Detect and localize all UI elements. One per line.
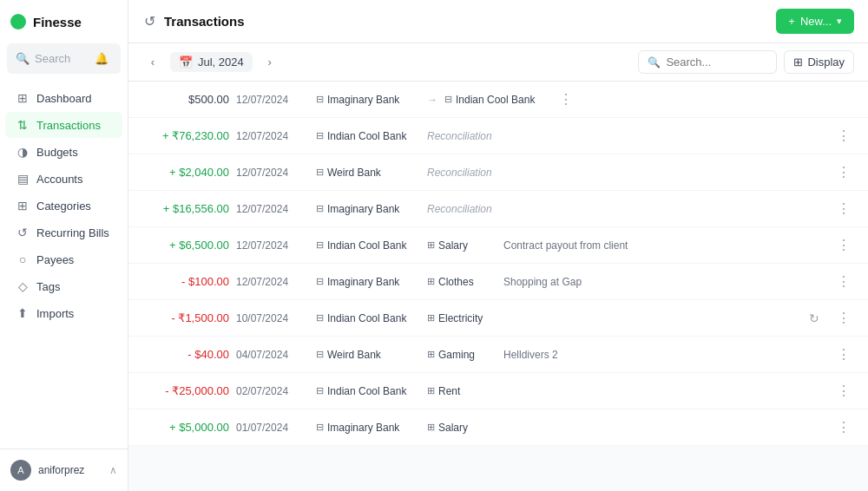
bank-icon: ⊟	[316, 276, 324, 287]
category-icon: ⊞	[427, 239, 435, 251]
accounts-icon: ▤	[16, 172, 30, 186]
search-icon: 🔍	[16, 52, 30, 65]
transaction-from-account: ⊟ Indian Cool Bank	[316, 385, 420, 397]
more-actions-button[interactable]: ⋮	[833, 272, 854, 291]
logo-dot	[10, 14, 26, 29]
next-month-button[interactable]: ›	[260, 52, 280, 73]
table-row[interactable]: + $2,040.0012/07/2024⊟ Weird BankReconci…	[128, 154, 868, 191]
display-icon: ⊞	[793, 56, 803, 69]
transaction-amount: $500.00	[142, 93, 229, 106]
transaction-amount: - ₹25,000.00	[142, 384, 229, 397]
month-selector[interactable]: 📅 Jul, 2024	[170, 52, 253, 72]
bank-icon: ⊟	[316, 130, 324, 141]
search-input[interactable]	[666, 56, 767, 69]
more-actions-button[interactable]: ⋮	[833, 344, 854, 364]
table-row[interactable]: $500.0012/07/2024⊟ Imaginary Bank→⊟ Indi…	[128, 82, 868, 118]
transaction-amount: - $100.00	[142, 275, 229, 288]
transaction-category: ⊞ Salary	[427, 239, 496, 252]
sidebar-item-accounts[interactable]: ▤ Accounts	[5, 166, 122, 192]
more-actions-button[interactable]: ⋮	[556, 89, 576, 109]
notification-bell-icon[interactable]: 🔔	[91, 49, 112, 69]
sidebar-item-imports[interactable]: ⬆ Imports	[5, 300, 122, 326]
sidebar-item-transactions[interactable]: ⇅ Transactions	[5, 112, 122, 138]
reconciliation-label: Reconciliation	[427, 167, 826, 179]
transaction-from-account: ⊟ Imaginary Bank	[316, 203, 420, 215]
calendar-icon: 📅	[179, 56, 193, 69]
transaction-from-account: ⊟ Weird Bank	[316, 167, 420, 179]
transaction-memo: Contract payout from client	[503, 239, 826, 252]
more-actions-button[interactable]: ⋮	[833, 235, 854, 255]
bank-icon: ⊟	[316, 167, 324, 178]
bank-icon: ⊟	[444, 94, 452, 105]
sidebar-item-categories[interactable]: ⊞ Categories	[5, 193, 122, 219]
sidebar-item-label: Budgets	[36, 146, 78, 159]
transaction-from-account: ⊟ Indian Cool Bank	[316, 130, 420, 142]
chevron-up-icon[interactable]: ∧	[109, 464, 117, 476]
transaction-memo: Helldivers 2	[503, 349, 826, 361]
transactions-list: $500.0012/07/2024⊟ Imaginary Bank→⊟ Indi…	[128, 82, 868, 491]
prev-month-button[interactable]: ‹	[142, 52, 163, 73]
more-actions-button[interactable]: ⋮	[833, 162, 854, 182]
payees-icon: ○	[16, 252, 30, 266]
search-icon: 🔍	[648, 56, 661, 69]
transaction-amount: + $6,500.00	[142, 239, 229, 252]
table-row[interactable]: - $40.0004/07/2024⊟ Weird Bank⊞ GamingHe…	[128, 337, 868, 373]
more-actions-button[interactable]: ⋮	[833, 417, 854, 437]
plus-icon: +	[788, 15, 795, 28]
reconciliation-label: Reconciliation	[427, 130, 826, 142]
more-actions-button[interactable]: ⋮	[833, 199, 854, 219]
table-row[interactable]: + $5,000.0001/07/2024⊟ Imaginary Bank⊞ S…	[128, 409, 868, 446]
sidebar-item-payees[interactable]: ○ Payees	[5, 246, 122, 272]
category-icon: ⊞	[427, 422, 435, 433]
new-button-label: New...	[800, 15, 832, 28]
month-label: Jul, 2024	[198, 56, 244, 69]
transaction-date: 12/07/2024	[236, 167, 309, 179]
transaction-date: 12/07/2024	[236, 203, 309, 215]
chevron-down-icon: ▾	[837, 16, 842, 27]
display-button[interactable]: ⊞ Display	[784, 50, 854, 74]
more-actions-button[interactable]: ⋮	[833, 381, 854, 401]
transaction-amount: + $16,556.00	[142, 202, 229, 215]
more-actions-button[interactable]: ⋮	[833, 126, 854, 146]
transaction-category: ⊞ Rent	[427, 385, 496, 397]
sidebar-item-dashboard[interactable]: ⊞ Dashboard	[5, 85, 122, 111]
transaction-category: ⊞ Salary	[427, 422, 496, 434]
transactions-icon: ⇅	[16, 118, 30, 132]
transaction-category: ⊞ Gaming	[427, 349, 496, 361]
table-row[interactable]: + ₹76,230.0012/07/2024⊟ Indian Cool Bank…	[128, 118, 868, 154]
more-actions-button[interactable]: ⋮	[833, 308, 854, 328]
transaction-date: 12/07/2024	[236, 239, 309, 252]
display-label: Display	[807, 56, 845, 69]
table-row[interactable]: - ₹1,500.0010/07/2024⊟ Indian Cool Bank⊞…	[128, 300, 868, 337]
transaction-date: 12/07/2024	[236, 94, 309, 106]
table-row[interactable]: + $16,556.0012/07/2024⊟ Imaginary BankRe…	[128, 191, 868, 227]
category-icon: ⊞	[427, 349, 435, 360]
sidebar-item-recurring-bills[interactable]: ↺ Recurring Bills	[5, 219, 122, 245]
table-row[interactable]: + $6,500.0012/07/2024⊟ Indian Cool Bank⊞…	[128, 227, 868, 264]
table-row[interactable]: - ₹25,000.0002/07/2024⊟ Indian Cool Bank…	[128, 373, 868, 409]
transaction-from-account: ⊟ Imaginary Bank	[316, 94, 420, 106]
dashboard-icon: ⊞	[16, 91, 30, 105]
logo-text: Finesse	[33, 15, 82, 29]
toolbar: ‹ 📅 Jul, 2024 › 🔍 ⊞ Display	[128, 43, 868, 82]
search-bar[interactable]: 🔍 Search 🔔	[7, 43, 121, 74]
new-button[interactable]: + New... ▾	[776, 9, 854, 34]
transaction-from-account: ⊟ Weird Bank	[316, 349, 420, 361]
table-row[interactable]: - $100.0012/07/2024⊟ Imaginary Bank⊞ Clo…	[128, 264, 868, 300]
reconciliation-label: Reconciliation	[427, 203, 826, 215]
sidebar-item-label: Accounts	[36, 173, 82, 186]
transaction-date: 04/07/2024	[236, 349, 309, 361]
transaction-amount: + $2,040.00	[142, 166, 229, 179]
transaction-category: ⊞ Electricity	[427, 312, 496, 324]
transaction-search[interactable]: 🔍	[638, 50, 777, 74]
sidebar-item-budgets[interactable]: ◑ Budgets	[5, 139, 122, 165]
bank-icon: ⊟	[316, 312, 324, 324]
transaction-from-account: ⊟ Imaginary Bank	[316, 276, 420, 288]
transaction-from-account: ⊟ Indian Cool Bank	[316, 239, 420, 252]
back-icon[interactable]: ↺	[142, 11, 157, 31]
sidebar: Finesse 🔍 Search 🔔 ⊞ Dashboard ⇅ Transac…	[0, 0, 128, 491]
sidebar-footer: A aniforprez ∧	[0, 448, 128, 491]
bank-icon: ⊟	[316, 94, 324, 105]
transaction-amount: + $5,000.00	[142, 421, 229, 434]
sidebar-item-tags[interactable]: ◇ Tags	[5, 273, 122, 299]
